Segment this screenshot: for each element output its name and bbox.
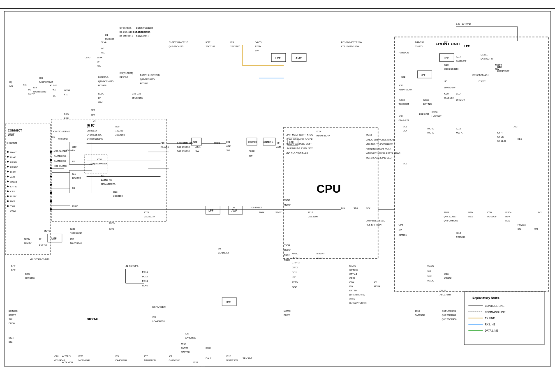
svg-text:MCFA: MCFA [427,127,434,130]
svg-text:D10D13-0: D10D13-0 [98,76,109,78]
svg-text:DATA LINE: DATA LINE [485,329,498,332]
svg-text:EXT SP: EXT SP [39,244,47,247]
svg-text:SLVA: SLVA [101,41,107,44]
svg-text:EXT NIC: EXT NIC [423,103,432,105]
svg-text:TA73NDF: TA73NDF [415,314,425,316]
svg-text:BUFF: BUFF [249,150,255,152]
svg-text:POWDON: POWDON [399,51,409,54]
svg-text:IC20: IC20 [79,355,83,357]
svg-text:NJM12S0N: NJM12S0N [193,365,205,366]
svg-point-400 [50,184,52,186]
svg-text:ABLC75MF: ABLC75MF [439,293,451,296]
svg-text:SPF: SPF [399,228,403,231]
svg-text:DIMO: DIMO [10,156,16,159]
svg-text:CA4D8S88: CA4D8S88 [116,359,127,362]
svg-text:RX LINE: RX LINE [485,323,495,326]
svg-text:130~174MHz: 130~174MHz [456,23,471,25]
block-diagram-svg: CONNECT UNIT O-SUB25 MANTI DIMO HANG HAN… [5,12,550,366]
svg-text:IC9: IC9 [169,355,172,357]
svg-text:C06 L00TD 150W: C06 L00TD 150W [341,45,360,48]
svg-text:IDX: IDX [292,276,296,279]
svg-text:Q38 2SC29DA: Q38 2SC29DA [442,318,457,321]
svg-point-396 [50,151,52,153]
svg-text:IC20 2SC4110: IC20 2SC4110 [444,68,458,70]
svg-text:100K: 100K [259,211,264,214]
svg-text:DISC: DISC [10,171,16,173]
svg-text:IC20 DA2ZR8: IC20 DA2ZR8 [54,165,67,167]
svg-text:ME0 MMUTD ICON RADC: ME0 MMUTD ICON RADC [366,143,393,145]
svg-text:DISC: DISC [292,286,297,288]
svg-text:RES: RES [505,219,510,222]
svg-text:D/A D: D/A D [109,221,115,224]
svg-text:SDA: SDA [354,207,358,210]
svg-text:X1 B25: X1 B25 [50,84,57,87]
svg-text:CPUS: CPUS [439,289,446,292]
svg-text:DRIVER: DRIVER [456,99,465,101]
svg-text:Q19-2DC4235: Q19-2DC4235 [140,78,155,81]
svg-text:F1L: F1L [52,95,56,97]
svg-text:D17-2DC4235: D17-2DC4235 [136,31,150,33]
svg-text:MAMC: MAMC [349,265,356,267]
svg-text:LM30DFT: LM30DFT [431,115,442,118]
svg-text:CINCG SUBP GRES DRON: CINCG SUBP GRES DRON [366,138,394,141]
svg-text:SLVA: SLVA [98,92,104,95]
svg-text:D13: D13 [113,191,118,193]
svg-text:AMP: AMP [276,146,281,148]
svg-text:EXPTT: EXPTT [9,314,16,316]
svg-text:DMC: DMC [206,347,211,349]
svg-text:MUTE: MUTE [44,230,51,232]
svg-text:F1L: F1L [64,93,68,96]
svg-text:PNPW: PNPW [284,204,291,206]
svg-text:O-SUB25: O-SUB25 [7,142,17,144]
svg-text:LPF: LPF [275,57,281,60]
svg-text:CTTY-3: CTTY-3 [349,273,357,275]
svg-text:Q34 UMH9N3: Q34 UMH9N3 [442,310,456,312]
svg-text:IC6: IC6 [39,77,43,79]
svg-text:HV: HV [28,88,32,91]
svg-text:TX LINE: TX LINE [485,317,495,320]
svg-text:AMP: AMP [296,57,302,60]
svg-text:TC95002T: TC95002T [399,103,410,105]
svg-text:BUSY: BUSY [10,195,16,198]
svg-text:IC17: IC17 [193,361,198,364]
svg-text:MN: MN [9,85,13,88]
svg-text:ARTN BEND SOB MCFA: ARTN BEND SOB MCFA [366,148,391,150]
svg-text:D66 1SV308: D66 1SV308 [177,150,190,152]
svg-text:GPD: GPD [109,228,114,230]
svg-point-7 [7,161,9,163]
svg-text:BPF: BPF [193,141,197,143]
svg-text:J5: J5 [232,206,235,209]
svg-text:2SC4110: 2SC4110 [113,195,123,197]
svg-text:RXI: RXI [534,228,538,230]
svg-text:SW: SW [9,318,13,321]
svg-text:D25: D25 [116,125,120,128]
svg-text:CONNECT: CONNECT [8,129,22,132]
svg-text:33H4S50K: 33H4S50K [97,162,108,165]
svg-text:IC10: IC10 [444,64,449,66]
svg-text:Explanatory Notes: Explanatory Notes [472,296,500,300]
svg-text:OPTD-3: OPTD-3 [349,269,358,271]
svg-text:2SC5107: 2SC5107 [206,45,215,48]
svg-point-14 [7,195,9,197]
svg-text:SPF: SPF [11,265,16,267]
svg-text:LPF: LPF [421,74,426,76]
svg-text:D3 MA2S111: D3 MA2S111 [120,35,133,37]
svg-text:DATV BSEC BSEC: DATV BSEC BSEC [366,219,385,222]
svg-point-401 [50,192,52,194]
svg-text:PWR: PWR [444,211,449,214]
svg-text:AUX: AUX [10,176,15,178]
svg-text:ICM: ICM [427,274,431,277]
svg-text:IC18: IC18 [415,310,420,312]
svg-text:ICB: ICB [70,238,74,240]
svg-text:IC1: IC1 [101,175,105,177]
svg-text:BPF: BPF [91,109,95,111]
svg-text:DF3B0B: DF3B0B [120,76,128,78]
svg-text:NJM12S0N: NJM12S0N [226,359,238,362]
svg-text:EC1: EC1 [403,125,407,128]
svg-text:IC12: IC12 [308,211,313,214]
svg-text:EC2: EC2 [403,162,407,165]
svg-text:SPF: SPF [401,76,406,78]
svg-text:SIG-: SIG- [9,341,13,343]
svg-point-403 [50,208,52,210]
svg-text:NTKO FM/A NC13 SCKCE: NTKO FM/A NC13 SCKCE [286,138,313,141]
